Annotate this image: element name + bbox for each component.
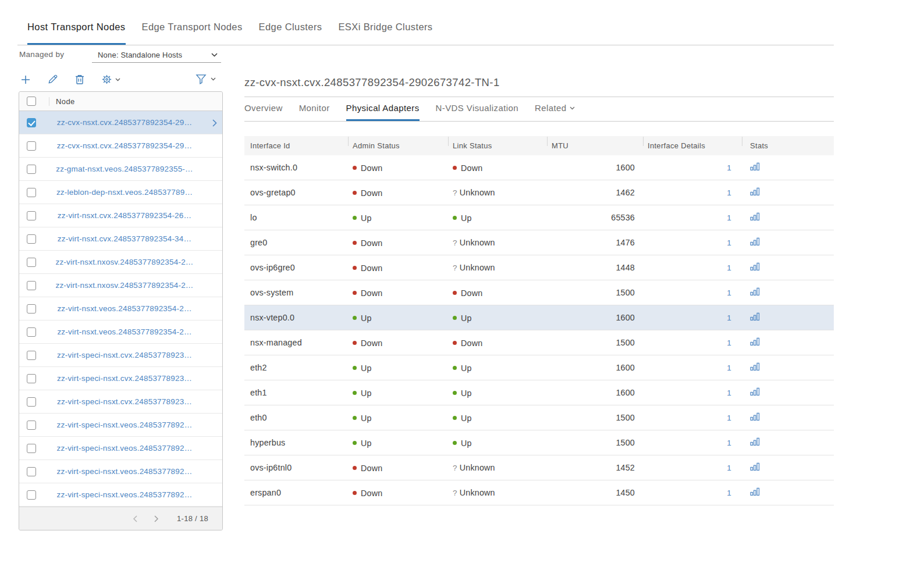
node-checkbox[interactable] xyxy=(27,188,36,197)
node-link[interactable]: zz-virt-nsxt.nxosv.2485377892354-2… xyxy=(36,281,222,290)
interface-row[interactable]: ovs-ip6gre0 ? Down ? Unknown 1448 1 xyxy=(244,255,834,280)
tab-esxi-bridge-clusters[interactable]: ESXi Bridge Clusters xyxy=(338,21,432,45)
stats-chart-icon[interactable] xyxy=(750,237,760,246)
interface-row[interactable]: eth2 ? Up ? Up 1600 1 xyxy=(244,355,834,380)
node-list-item[interactable]: zz-virt-nsxt.nxosv.2485377892354-2… xyxy=(19,274,222,297)
interface-details-link[interactable]: 1 xyxy=(727,489,731,497)
node-checkbox[interactable] xyxy=(27,351,36,360)
interface-row[interactable]: ovs-gretap0 ? Down ? Unknown 1462 1 xyxy=(244,180,834,205)
node-list-item[interactable]: zz-virt-nsxt.veos.2485377892354-2… xyxy=(19,297,222,320)
interface-row[interactable]: eth1 ? Up ? Up 1600 1 xyxy=(244,380,834,405)
prev-page-button[interactable] xyxy=(128,515,143,522)
node-list-item[interactable]: zz-virt-speci-nsxt.cvx.24853778923… xyxy=(19,344,222,367)
interface-row[interactable]: hyperbus ? Up ? Up 1500 1 xyxy=(244,430,834,455)
node-checkbox[interactable] xyxy=(27,397,36,407)
interface-row[interactable]: nsx-vtep0.0 ? Up ? Up 1600 1 xyxy=(244,305,834,330)
node-checkbox[interactable] xyxy=(27,444,36,453)
node-checkbox[interactable] xyxy=(27,234,36,244)
stats-chart-icon[interactable] xyxy=(750,162,760,171)
interface-details-link[interactable]: 1 xyxy=(727,188,731,197)
interface-row[interactable]: ovs-system ? Down ? Down 1500 1 xyxy=(244,280,834,305)
node-list-item[interactable]: zz-virt-nsxt.nxosv.2485377892354-2… xyxy=(19,251,222,274)
node-link[interactable]: zz-gmat-nsxt.veos.2485377892355-… xyxy=(36,165,222,173)
node-list-item[interactable]: zz-virt-speci-nsxt.veos.2485377892… xyxy=(19,414,222,437)
node-list-item[interactable]: zz-virt-speci-nsxt.veos.2485377892… xyxy=(19,460,222,483)
node-link[interactable]: zz-virt-speci-nsxt.veos.2485377892… xyxy=(36,467,222,476)
node-link[interactable]: zz-virt-speci-nsxt.veos.2485377892… xyxy=(36,444,222,453)
node-list-item[interactable]: zz-virt-nsxt.cvx.2485377892354-34… xyxy=(19,227,222,251)
node-list-item[interactable]: zz-gmat-nsxt.veos.2485377892355-… xyxy=(19,158,222,181)
node-list-item[interactable]: zz-virt-nsxt.veos.2485377892354-2… xyxy=(19,320,222,344)
stats-chart-icon[interactable] xyxy=(750,287,760,296)
node-link[interactable]: zz-virt-nsxt.nxosv.2485377892354-2… xyxy=(36,258,222,266)
edit-button[interactable] xyxy=(47,74,58,85)
node-checkbox[interactable] xyxy=(27,281,36,290)
stats-chart-icon[interactable] xyxy=(750,412,760,421)
interface-details-link[interactable]: 1 xyxy=(727,364,731,372)
node-link[interactable]: zz-virt-speci-nsxt.cvx.24853778923… xyxy=(36,397,222,406)
node-link[interactable]: zz-virt-nsxt.veos.2485377892354-2… xyxy=(36,304,222,313)
stats-chart-icon[interactable] xyxy=(750,462,760,471)
interface-row[interactable]: nsx-managed ? Down ? Down 1500 1 xyxy=(244,330,834,355)
node-link[interactable]: zz-virt-nsxt.cvx.2485377892354-34… xyxy=(36,234,222,243)
node-checkbox[interactable] xyxy=(27,421,36,430)
interface-details-link[interactable]: 1 xyxy=(727,213,731,222)
node-checkbox[interactable] xyxy=(27,141,36,151)
node-checkbox[interactable] xyxy=(27,467,36,476)
interface-details-link[interactable]: 1 xyxy=(727,238,731,247)
node-list-item[interactable]: zz-cvx-nsxt.cvx.2485377892354-29… xyxy=(19,134,222,158)
settings-button[interactable] xyxy=(101,74,120,85)
stats-chart-icon[interactable] xyxy=(750,312,760,321)
node-checkbox[interactable] xyxy=(27,118,36,127)
stats-chart-icon[interactable] xyxy=(750,212,760,221)
interface-details-link[interactable]: 1 xyxy=(727,314,731,322)
node-link[interactable]: zz-cvx-nsxt.cvx.2485377892354-29… xyxy=(36,118,222,127)
interface-details-link[interactable]: 1 xyxy=(727,389,731,397)
tab-host-transport-nodes[interactable]: Host Transport Nodes xyxy=(27,21,126,45)
node-list-item[interactable]: zz-virt-nsxt.cvx.2485377892354-26… xyxy=(19,204,222,227)
add-button[interactable] xyxy=(20,74,31,85)
node-checkbox[interactable] xyxy=(27,490,36,500)
stats-chart-icon[interactable] xyxy=(750,262,760,271)
node-checkbox[interactable] xyxy=(27,327,36,337)
select-all-checkbox[interactable] xyxy=(27,97,36,106)
node-list-item[interactable]: zz-virt-speci-nsxt.veos.2485377892… xyxy=(19,437,222,460)
node-checkbox[interactable] xyxy=(27,258,36,267)
delete-button[interactable] xyxy=(74,74,85,85)
node-list-item[interactable]: zz-virt-speci-nsxt.cvx.24853778923… xyxy=(19,367,222,390)
interface-details-link[interactable]: 1 xyxy=(727,263,731,272)
node-link[interactable]: zz-virt-speci-nsxt.cvx.24853778923… xyxy=(36,351,222,359)
stats-chart-icon[interactable] xyxy=(750,487,760,496)
node-list-item[interactable]: zz-cvx-nsxt.cvx.2485377892354-29… xyxy=(19,111,222,134)
detail-tab-physical-adapters[interactable]: Physical Adapters xyxy=(346,103,420,121)
detail-tab-related[interactable]: Related xyxy=(535,103,575,121)
node-list-item[interactable]: zz-virt-speci-nsxt.veos.2485377892… xyxy=(19,483,222,507)
stats-chart-icon[interactable] xyxy=(750,437,760,446)
interface-row[interactable]: nsx-switch.0 ? Down ? Down 1600 1 xyxy=(244,155,834,180)
interface-details-link[interactable]: 1 xyxy=(727,439,731,447)
interface-row[interactable]: eth0 ? Up ? Up 1500 1 xyxy=(244,405,834,430)
interface-row[interactable]: ovs-ip6tnl0 ? Down ? Unknown 1452 1 xyxy=(244,455,834,480)
interface-details-link[interactable]: 1 xyxy=(727,464,731,472)
node-list-item[interactable]: zz-virt-speci-nsxt.cvx.24853778923… xyxy=(19,390,222,414)
stats-chart-icon[interactable] xyxy=(750,387,760,396)
managed-by-select[interactable]: None: Standalone Hosts xyxy=(92,48,221,63)
interface-details-link[interactable]: 1 xyxy=(727,163,731,172)
node-link[interactable]: zz-virt-nsxt.veos.2485377892354-2… xyxy=(36,327,222,336)
node-checkbox[interactable] xyxy=(27,165,36,174)
tab-edge-clusters[interactable]: Edge Clusters xyxy=(259,21,322,45)
tab-edge-transport-nodes[interactable]: Edge Transport Nodes xyxy=(142,21,243,45)
node-link[interactable]: zz-virt-speci-nsxt.cvx.24853778923… xyxy=(36,374,222,383)
interface-details-link[interactable]: 1 xyxy=(727,339,731,347)
node-link[interactable]: zz-virt-speci-nsxt.veos.2485377892… xyxy=(36,490,222,499)
node-link[interactable]: zz-leblon-dep-nsxt.veos.248537789… xyxy=(36,188,222,197)
detail-tab-monitor[interactable]: Monitor xyxy=(299,103,330,121)
node-list-item[interactable]: zz-leblon-dep-nsxt.veos.248537789… xyxy=(19,181,222,204)
next-page-button[interactable] xyxy=(149,515,164,522)
detail-tab-overview[interactable]: Overview xyxy=(244,103,283,121)
interface-row[interactable]: lo ? Up ? Up 65536 1 xyxy=(244,205,834,230)
stats-chart-icon[interactable] xyxy=(750,337,760,346)
interface-row[interactable]: gre0 ? Down ? Unknown 1476 1 xyxy=(244,230,834,255)
stats-chart-icon[interactable] xyxy=(750,362,760,371)
node-link[interactable]: zz-virt-speci-nsxt.veos.2485377892… xyxy=(36,421,222,429)
